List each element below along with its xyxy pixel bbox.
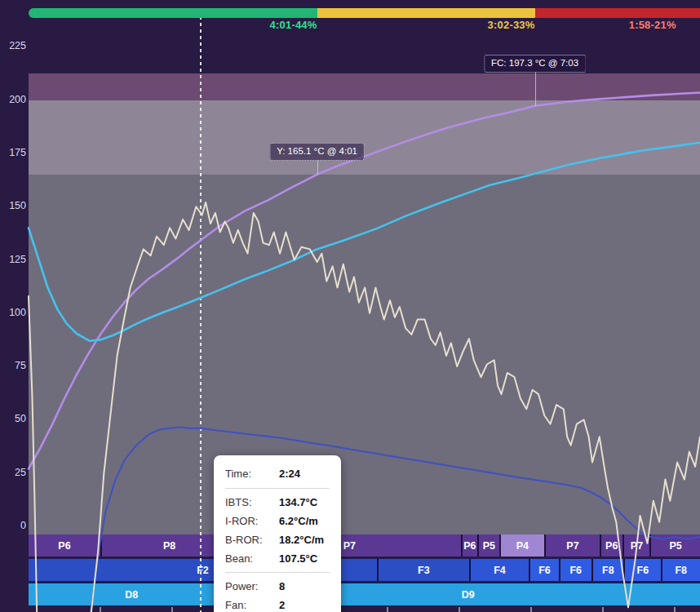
phase-label-maillard: 3:02-33%	[488, 19, 535, 31]
y-tick-label: 150	[0, 200, 26, 211]
y-axis: 2252001751501251007550250	[0, 0, 27, 612]
tooltip-row-label: Fan:	[225, 599, 279, 611]
phase-duration-labels: 4:01-44%3:02-33%1:58-21%	[0, 19, 700, 33]
y-tick-label: 225	[0, 40, 26, 51]
minute-tick	[674, 607, 676, 612]
tooltip-row: Time:2:24	[214, 463, 341, 484]
tooltip-row: IBTS:134.7°C	[214, 493, 341, 512]
y-tick-label: 200	[0, 94, 26, 105]
tooltip-row-value: 134.7°C	[279, 496, 317, 508]
first-crack-annotation: FC: 197.3 °C @ 7:03	[484, 55, 586, 73]
chart-plot-area[interactable]	[29, 37, 700, 534]
minute-tick	[530, 607, 532, 612]
y-tick-label: 100	[0, 307, 26, 318]
tooltip-row-value: 107.5°C	[279, 552, 317, 565]
phase-segment-drying	[29, 8, 317, 18]
tooltip-row: I-ROR:6.2°C/m	[214, 512, 341, 530]
minute-tick	[602, 607, 604, 612]
tooltip-row: Bean:107.5°C	[214, 549, 341, 568]
yellowing-annotation: Y: 165.1 °C @ 4:01	[269, 143, 365, 161]
phase-label-development: 1:58-21%	[629, 19, 676, 31]
y-tick-label: 25	[0, 467, 26, 478]
minute-tick	[171, 607, 173, 612]
tooltip-row-label: Time:	[225, 468, 279, 480]
yellowing-marker-line	[317, 160, 318, 175]
tooltip-row-value: 2:24	[279, 468, 300, 480]
tooltip-row-label: IBTS:	[225, 496, 279, 508]
y-tick-label: 50	[0, 413, 26, 424]
y-tick-label: 175	[0, 147, 26, 158]
phase-segment-maillard	[317, 8, 535, 18]
phase-progress-bar	[0, 8, 700, 18]
tooltip-row-value: 18.2°C/m	[279, 534, 324, 546]
tooltip-row-label: I-ROR:	[225, 515, 279, 527]
tooltip-row: B-ROR:18.2°C/m	[214, 530, 341, 549]
roast-graph-panel: 4:01-44%3:02-33%1:58-21% 225200175150125…	[0, 0, 700, 612]
tooltip-row-value: 6.2°C/m	[279, 515, 318, 527]
y-tick-label: 75	[0, 360, 26, 371]
phase-segment-development	[535, 8, 700, 18]
tooltip-row: Fan:2	[214, 596, 341, 612]
tooltip-row-label: Bean:	[225, 552, 279, 565]
minute-tick	[459, 607, 460, 612]
tooltip-row-label: B-ROR:	[225, 534, 279, 546]
minute-tick	[387, 607, 388, 612]
y-tick-label: 0	[0, 520, 26, 531]
first-crack-marker-line	[535, 72, 536, 106]
cursor-line	[200, 10, 202, 612]
tooltip-row-value: 8	[279, 580, 285, 592]
tooltip-row-value: 2	[279, 599, 285, 611]
tooltip-row: Power:8	[214, 577, 341, 596]
tooltip-divider	[225, 572, 330, 573]
phase-label-drying: 4:01-44%	[270, 19, 317, 31]
tooltip-divider	[225, 488, 330, 489]
y-tick-label: 125	[0, 254, 26, 265]
tooltip-row-label: Power:	[225, 580, 279, 592]
hover-tooltip: Time:2:24IBTS:134.7°CI-ROR:6.2°C/mB-ROR:…	[214, 455, 341, 612]
minute-tick	[100, 607, 101, 612]
